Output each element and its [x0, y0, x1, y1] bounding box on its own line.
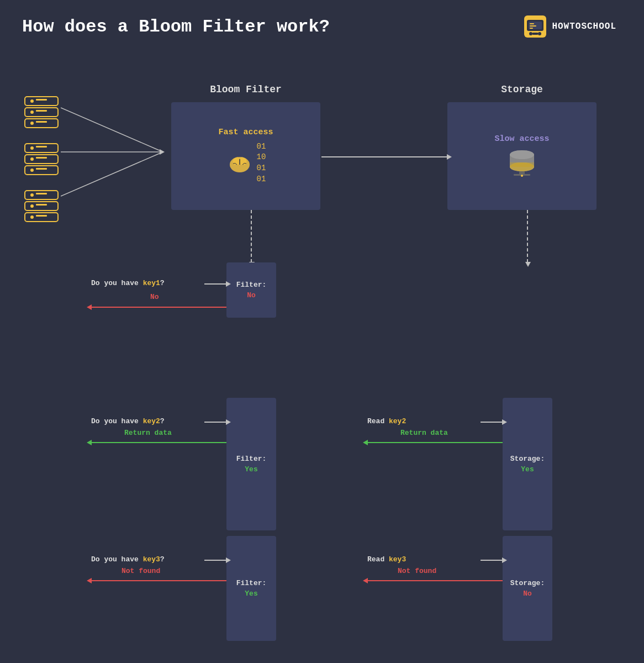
bloom-to-storage-arrow	[321, 156, 447, 157]
not-found-3-right	[367, 580, 503, 581]
svg-rect-7	[530, 25, 536, 27]
question-2: Do you have key2?	[91, 417, 165, 425]
brand-icon	[524, 15, 546, 38]
storage-value-3: No	[523, 590, 532, 598]
bloom-down-arrow	[251, 210, 252, 262]
filter-value-2: Yes	[245, 465, 257, 473]
storage-down-arrow	[527, 210, 528, 262]
brand-area: HOWTOSCHOOL	[524, 15, 616, 38]
svg-point-13	[510, 150, 534, 159]
svg-rect-27	[36, 121, 47, 123]
brain-binary: 01100101	[226, 141, 266, 185]
svg-point-4	[538, 32, 541, 35]
svg-rect-22	[25, 108, 58, 117]
svg-rect-31	[25, 155, 58, 164]
slow-access-label: Slow access	[494, 134, 549, 144]
svg-line-49	[61, 152, 163, 196]
svg-rect-40	[25, 202, 58, 211]
svg-point-23	[30, 110, 34, 114]
svg-point-26	[30, 122, 34, 125]
svg-rect-33	[36, 157, 47, 159]
storage-value-2: Yes	[521, 465, 534, 473]
filter-label-1: Filter:	[236, 281, 267, 289]
svg-point-32	[30, 157, 34, 161]
page-title: How does a Bloom Filter work?	[22, 17, 330, 37]
not-found-3-left-label: Not found	[122, 567, 160, 575]
question3-arrow	[204, 560, 226, 561]
svg-rect-37	[25, 191, 58, 199]
server-icon-3	[22, 188, 61, 224]
bloom-filter-box: Fast access 01100101	[171, 102, 320, 210]
fast-access-label: Fast access	[218, 128, 273, 137]
database-icon	[505, 148, 539, 178]
filter-col-2: Filter: Yes	[226, 398, 276, 530]
svg-rect-39	[36, 193, 47, 194]
svg-rect-34	[25, 166, 58, 175]
svg-rect-36	[36, 168, 47, 170]
filter-label-2: Filter:	[236, 455, 267, 463]
no-response-1	[91, 307, 226, 308]
svg-point-18	[521, 175, 523, 177]
return-data-2-right	[367, 442, 503, 443]
converging-arrows	[61, 88, 171, 215]
question1-arrow	[204, 283, 226, 285]
svg-rect-19	[25, 97, 58, 106]
binary-text: 01100101	[257, 141, 266, 185]
read-key2-arrow	[481, 422, 503, 423]
storage-col-3: Storage: No	[503, 536, 552, 641]
no-label-1: No	[150, 293, 159, 301]
storage-header: Storage	[447, 84, 597, 95]
storage-label-2: Storage:	[510, 455, 545, 463]
return-data-2-right-label: Return data	[400, 429, 448, 437]
filter-value-1: No	[247, 291, 256, 299]
svg-point-38	[30, 193, 34, 197]
server-icon-1	[22, 94, 61, 130]
server-icon-2	[22, 141, 61, 177]
svg-point-44	[30, 215, 34, 219]
brain-icon	[226, 149, 254, 177]
filter-label-3: Filter:	[236, 579, 267, 587]
svg-rect-43	[25, 213, 58, 222]
read-key3: Read key3	[367, 555, 406, 564]
read-key2: Read key2	[367, 417, 406, 425]
svg-rect-42	[36, 204, 47, 206]
svg-rect-28	[25, 144, 58, 152]
filter-value-3: Yes	[245, 590, 257, 598]
svg-point-3	[529, 32, 532, 35]
svg-line-46	[61, 108, 163, 152]
svg-rect-6	[530, 23, 534, 24]
svg-point-29	[30, 146, 34, 150]
svg-rect-30	[36, 146, 47, 148]
not-found-3-left	[91, 580, 226, 581]
bloom-filter-header: Bloom Filter	[171, 84, 320, 95]
question-1: Do you have key1?	[91, 279, 165, 287]
read-key3-arrow	[481, 560, 503, 561]
storage-box: Slow access	[447, 102, 597, 210]
svg-rect-25	[25, 119, 58, 128]
svg-rect-8	[530, 28, 533, 29]
svg-point-41	[30, 204, 34, 208]
question2-arrow	[204, 422, 226, 423]
svg-point-35	[30, 169, 34, 172]
svg-rect-24	[36, 110, 47, 112]
not-found-3-right-label: Not found	[398, 567, 436, 575]
question-3: Do you have key3?	[91, 555, 165, 564]
svg-rect-5	[532, 33, 538, 35]
storage-col-2: Storage: Yes	[503, 398, 552, 530]
filter-col-3: Filter: Yes	[226, 536, 276, 641]
svg-rect-21	[36, 99, 47, 101]
svg-rect-15	[510, 162, 534, 167]
filter-col-1: Filter: No	[226, 262, 276, 318]
svg-point-20	[30, 99, 34, 103]
brand-name: HOWTOSCHOOL	[552, 22, 616, 31]
storage-label-3: Storage:	[510, 579, 545, 587]
return-data-2-left-label: Return data	[124, 429, 172, 437]
return-data-2-left	[91, 442, 226, 443]
svg-rect-45	[36, 215, 47, 217]
